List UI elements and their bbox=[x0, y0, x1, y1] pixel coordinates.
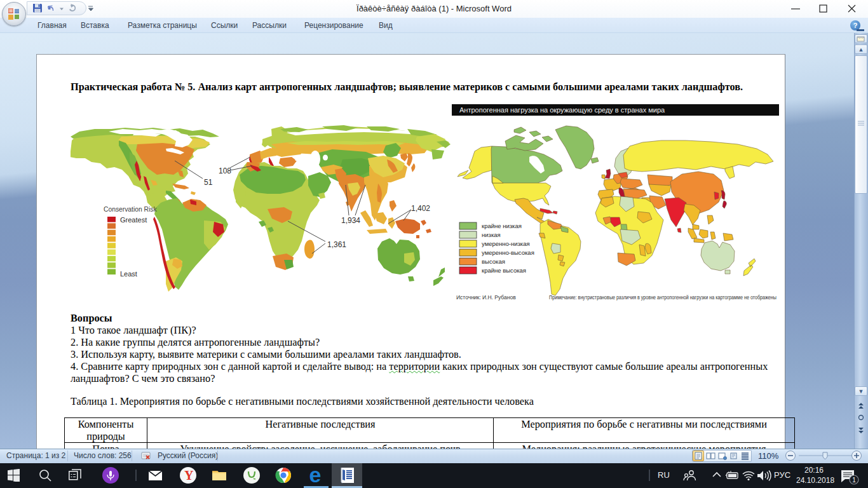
svg-text:1,934: 1,934 bbox=[341, 216, 360, 225]
svg-text:умеренно-низкая: умеренно-низкая bbox=[482, 240, 530, 247]
svg-text:1,402: 1,402 bbox=[411, 204, 430, 213]
svg-text:Антропогенная нагрузка на окру: Антропогенная нагрузка на окружающую сре… bbox=[459, 106, 665, 114]
svg-text:1,361: 1,361 bbox=[327, 240, 346, 249]
svg-text:умеренно-высокая: умеренно-высокая bbox=[482, 249, 534, 256]
svg-text:высокая: высокая bbox=[482, 258, 505, 265]
svg-text:крайне низкая: крайне низкая bbox=[482, 222, 522, 229]
svg-text:Least: Least bbox=[120, 270, 137, 278]
svg-text:Источник: И.Н. Рубанов: Источник: И.Н. Рубанов bbox=[456, 294, 516, 301]
svg-text:Greatest: Greatest bbox=[120, 216, 147, 224]
svg-text:108: 108 bbox=[219, 166, 231, 175]
svg-text:51: 51 bbox=[204, 178, 213, 187]
svg-text:крайне высокая: крайне высокая bbox=[482, 267, 526, 274]
svg-text:1: 1 bbox=[852, 477, 856, 484]
svg-text:Conservation Risk: Conservation Risk bbox=[104, 206, 157, 213]
svg-text:низкая: низкая bbox=[482, 231, 501, 238]
svg-text:Примечание: внутристрановые ра: Примечание: внутристрановые различия в у… bbox=[549, 294, 776, 301]
